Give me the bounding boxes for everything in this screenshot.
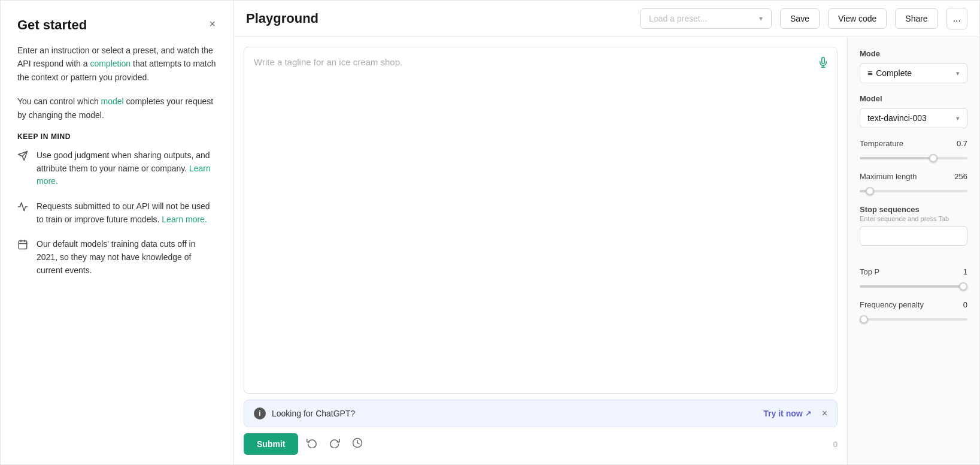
info-icon: i [254,407,266,419]
redo-button[interactable] [326,434,344,455]
preset-dropdown[interactable]: Load a preset... ▾ [640,8,772,29]
mode-value: Complete [876,68,912,78]
temperature-label: Temperature [860,139,903,148]
banner-text: Looking for ChatGPT? [272,409,757,418]
stop-sequences-label: Stop sequences [860,205,967,214]
sidebar-desc2-text: You can control which [17,96,101,106]
temperature-row: Temperature 0.7 [860,139,967,148]
microphone-icon[interactable] [818,56,829,72]
temperature-slider[interactable] [860,157,967,159]
tip2-link[interactable]: Learn more. [162,215,207,224]
editor-placeholder: Write a tagline for an ice cream shop. [254,57,827,384]
mode-chevron-icon: ▾ [956,70,960,77]
mode-label: Mode [860,49,967,58]
mode-dropdown-label: ≡ Complete [867,68,912,78]
top-p-slider[interactable] [860,285,967,288]
stop-sequences-container: Stop sequences Enter sequence and press … [860,205,967,256]
char-count: 0 [833,440,838,449]
mode-dropdown[interactable]: ≡ Complete ▾ [860,63,967,83]
model-label: Model [860,94,967,103]
model-dropdown[interactable]: text-davinci-003 ▾ [860,108,967,128]
tip-item-1: Use good judgment when sharing outputs, … [17,149,217,188]
submit-button[interactable]: Submit [244,433,298,455]
sidebar-desc1: Enter an instruction or select a preset,… [17,44,217,84]
completion-link[interactable]: completion [90,59,131,68]
sidebar: Get started × Enter an instruction or se… [1,1,234,464]
view-code-button[interactable]: View code [828,8,887,29]
complete-icon: ≡ [867,68,872,78]
model-chevron-icon: ▾ [956,114,960,122]
editor-area: Write a tagline for an ice cream shop. i… [234,37,848,464]
history-button[interactable] [348,434,366,455]
frequency-value: 0 [963,300,967,309]
tip-list: Use good judgment when sharing outputs, … [17,149,217,277]
header: Playground Load a preset... ▾ Save View … [234,1,979,37]
svg-rect-2 [19,241,27,249]
more-button[interactable]: ... [946,8,967,29]
temperature-value: 0.7 [957,139,967,148]
tip1-link[interactable]: Learn more. [37,164,211,186]
frequency-container: Frequency penalty 0 [860,300,967,322]
max-length-label: Maximum length [860,172,917,181]
sidebar-header: Get started × [17,17,217,33]
stop-sequences-hint: Enter sequence and press Tab [860,215,967,222]
try-it-now-link[interactable]: Try it now ↗ [763,409,811,418]
max-length-container: Maximum length 256 [860,172,967,194]
main-area: Playground Load a preset... ▾ Save View … [234,1,979,464]
model-value: text-davinci-003 [867,113,927,123]
banner-link-text: Try it now [763,409,802,418]
top-p-value: 1 [963,267,967,276]
save-button[interactable]: Save [780,8,820,29]
frequency-label: Frequency penalty [860,300,924,309]
tip-item-2: Requests submitted to our API will not b… [17,200,217,226]
tip3-text: Our default models' training data cuts o… [37,238,217,277]
temperature-container: Temperature 0.7 [860,139,967,161]
editor-toolbar: Submit [244,427,838,457]
content-row: Write a tagline for an ice cream shop. i… [234,37,979,464]
share-button[interactable]: Share [895,8,937,29]
stop-sequences-input[interactable] [860,226,967,246]
sidebar-desc2: You can control which model completes yo… [17,95,217,122]
top-p-row: Top P 1 [860,267,967,276]
send-icon [17,150,29,165]
text-editor[interactable]: Write a tagline for an ice cream shop. [244,47,838,394]
right-panel: Mode ≡ Complete ▾ Model text-davinci-003… [848,37,979,464]
frequency-slider[interactable] [860,318,967,321]
tip2-text: Requests submitted to our API will not b… [37,200,217,226]
tip1-text: Use good judgment when sharing outputs, … [37,149,217,188]
max-length-slider[interactable] [860,190,967,192]
page-title: Playground [246,11,318,26]
close-button[interactable]: × [208,17,217,31]
top-p-container: Top P 1 [860,267,967,289]
frequency-row: Frequency penalty 0 [860,300,967,309]
top-p-label: Top P [860,267,879,276]
banner-close-button[interactable]: × [822,408,827,419]
keep-in-mind-label: KEEP IN MIND [17,132,217,141]
undo-button[interactable] [303,434,321,455]
activity-icon [17,201,29,216]
chatgpt-banner: i Looking for ChatGPT? Try it now ↗ × [244,400,838,427]
model-link[interactable]: model [101,96,124,106]
preset-placeholder: Load a preset... [649,14,707,23]
tip-item-3: Our default models' training data cuts o… [17,238,217,277]
calendar-icon [17,239,29,254]
max-length-value: 256 [954,172,967,181]
sidebar-title: Get started [17,17,87,33]
max-length-row: Maximum length 256 [860,172,967,181]
external-link-icon: ↗ [805,409,811,418]
chevron-down-icon: ▾ [759,14,763,23]
